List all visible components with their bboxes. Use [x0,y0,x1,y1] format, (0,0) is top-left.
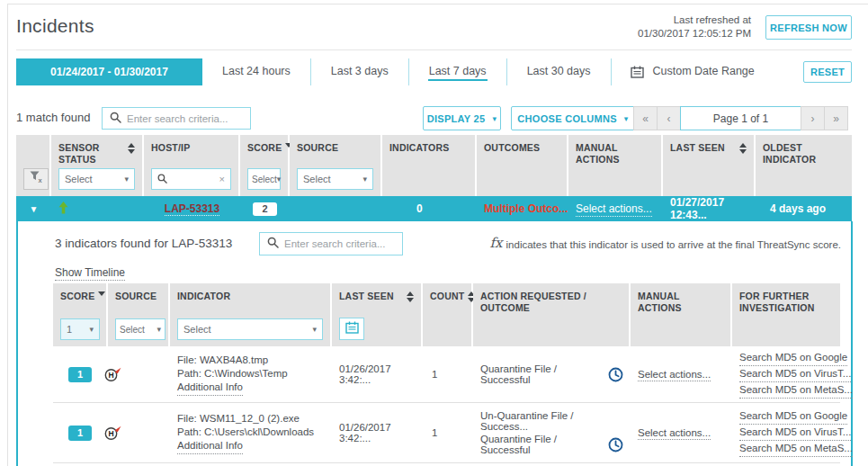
sort-desc-icon[interactable] [98,291,105,296]
additional-info-link[interactable]: Additional Info [177,381,243,396]
score-badge: 1 [68,426,92,441]
last-page-button[interactable]: » [824,106,848,130]
select-actions-link[interactable]: Select actions... [638,427,711,440]
last-refreshed: Last refreshed at 01/30/2017 12:05:12 PM [638,13,751,40]
clock-icon [608,437,623,453]
indicator-filter[interactable]: Select▾ [177,318,323,340]
column-oldest-indicator: OLDEST INDICATOR [756,135,852,196]
indicators-panel: 3 indicators found for LAP-53313 fxindic… [16,221,853,466]
select-actions-link[interactable]: Select actions... [638,369,711,381]
filter-clear-icon: x [30,171,43,187]
count-cell: 1 [423,427,473,438]
column-count: COUNT [423,283,473,346]
last-seen-cell: 01/27/2017 12:43... [663,196,756,221]
indicator-file: File: WSM11_12_0 (2).exe [177,412,325,426]
tab-active-date-range[interactable]: 01/24/2017 - 01/30/2017 [16,58,202,85]
tab-last-3-days[interactable]: Last 3 days [310,58,408,85]
column-further-investigation: FOR FURTHER INVESTIGATION [732,283,840,346]
date-filter-button[interactable] [339,318,364,340]
host-sensor-flag-icon: H [103,373,122,384]
clear-icon[interactable]: × [219,174,225,184]
select-actions-link[interactable]: Select actions... [576,202,652,217]
search-icon [267,236,279,252]
refresh-now-button[interactable]: REFRESH NOW [765,15,852,40]
search-md5-google-link[interactable]: Search MD5 on Google [739,350,847,366]
indicator-file: File: WAXB4A8.tmp [177,354,325,367]
indicator-path: Path: C:\Users\ckl\Downloads [177,426,325,439]
search-md5-metascan-link[interactable]: Search MD5 on MetaS... [739,382,853,399]
svg-text:H: H [108,371,113,380]
indicator-row: 1 H File: WAXB4A8.tmp Path: C:\Windows\T… [53,346,840,403]
indicator-cell: File: WSM11_12_0 (2).exe Path: C:\Users\… [170,408,332,458]
action-outcome-cell: Un-Quarantine File / Success... Quaranti… [473,410,631,455]
clock-icon [608,367,623,382]
last-refreshed-label: Last refreshed at [638,13,751,27]
tab-custom-date-range[interactable]: Custom Date Range [611,58,774,85]
show-timeline-link[interactable]: Show Timeline [55,266,125,281]
sort-icon[interactable] [128,143,135,154]
indicators-found-title: 3 indicators found for LAP-53313 [55,237,232,250]
search-md5-virustotal-link[interactable]: Search MD5 on VirusT... [739,366,851,382]
display-count-button[interactable]: DISPLAY 25 ▾ [423,106,501,130]
search-md5-google-link[interactable]: Search MD5 on Google [739,408,847,425]
incidents-page: Incidents Last refreshed at 01/30/2017 1… [0,0,868,466]
search-md5-virustotal-link[interactable]: Search MD5 on VirusT... [739,425,851,441]
source-filter[interactable]: Select▾ [115,318,166,340]
column-expander: x [16,135,51,196]
svg-text:H: H [108,429,113,438]
incidents-search[interactable] [102,107,251,130]
prev-page-button[interactable]: ‹ [657,106,681,130]
column-last-seen: LAST SEEN [332,283,423,346]
fx-note: fxindicates that this indicator is used … [490,236,841,252]
search-md5-metascan-link[interactable]: Search MD5 on MetaS... [739,441,853,457]
indicators-search[interactable] [259,232,403,255]
collapse-row-icon[interactable]: ▼ [16,204,51,214]
score-badge: 1 [68,367,92,382]
score-cell: 1 [53,427,108,438]
header-divider [16,49,852,50]
search-input[interactable] [127,113,243,124]
host-ip-filter-input[interactable] [172,174,215,184]
calendar-icon [345,321,359,337]
first-page-button[interactable]: « [633,106,658,130]
source-filter[interactable]: Select▾ [297,168,373,190]
host-ip-filter[interactable]: × [151,168,231,190]
outcomes-link[interactable]: Multiple Outco... [477,202,568,215]
column-manual-actions: MANUAL ACTIONS [568,135,663,196]
column-host-ip: HOST/IP × [144,135,240,196]
tab-last-30-days[interactable]: Last 30 days [506,58,611,85]
clear-filters-button[interactable]: x [23,168,49,190]
investigation-cell: Search MD5 on Google Search MD5 on Virus… [732,350,840,399]
column-manual-actions: MANUAL ACTIONS [631,283,732,346]
pagination: « ‹ Page 1 of 1 › » [634,106,848,130]
sensor-status-filter[interactable]: Select▾ [58,168,135,190]
indicators-search-input[interactable] [284,238,395,249]
indicators-count: 0 [382,202,477,215]
tab-last-7-days[interactable]: Last 7 days [408,58,506,85]
reset-button[interactable]: RESET [803,61,852,83]
column-indicators: INDICATORS [382,135,477,196]
count-cell: 1 [423,369,473,380]
host-cell: LAP-53313 [144,202,240,216]
score-badge: 2 [253,202,276,216]
chevron-down-icon: ▾ [312,325,317,334]
next-page-button[interactable]: › [801,106,825,130]
score-filter[interactable]: Select▾ [247,168,281,190]
additional-info-link[interactable]: Additional Info [177,439,243,454]
fx-icon: fx [490,235,503,251]
manual-actions-cell: Select actions... [631,427,732,438]
sort-icon[interactable] [739,143,747,154]
sort-icon[interactable] [407,291,414,302]
chevron-down-icon: ▾ [157,325,161,334]
column-indicator: INDICATOR Select▾ [170,283,332,346]
action-outcome-cell: Quarantine File / Successful [473,363,631,385]
column-score: SCORE 1▾ [53,283,108,346]
chevron-down-icon: ▾ [362,175,367,184]
choose-columns-button[interactable]: CHOOSE COLUMNS ▾ [511,106,635,130]
incident-row[interactable]: ▼ LAP-53313 2 0 Multiple Outco... Select… [16,196,852,221]
score-filter[interactable]: 1▾ [60,318,100,340]
chevron-down-icon: ▾ [492,114,497,123]
host-link[interactable]: LAP-53313 [165,202,219,216]
manual-actions-cell: Select actions... [568,202,663,215]
tab-last-24-hours[interactable]: Last 24 hours [202,58,310,85]
